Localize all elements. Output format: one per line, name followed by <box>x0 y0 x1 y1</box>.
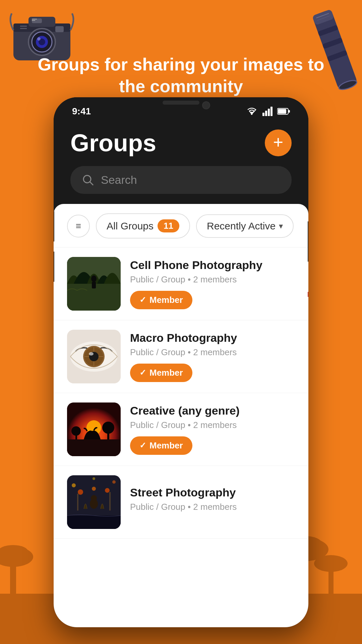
search-bar[interactable]: Search <box>70 166 292 194</box>
svg-rect-70 <box>109 492 111 511</box>
group-thumbnail-street <box>67 475 121 529</box>
svg-point-60 <box>72 483 76 487</box>
svg-point-8 <box>37 37 41 41</box>
check-icon: ✓ <box>139 295 146 305</box>
phone-frame: 9:41 Gr <box>54 97 308 627</box>
group-item[interactable]: Creative (any genre) Public / Group • 2 … <box>54 393 308 466</box>
status-time: 9:41 <box>72 106 91 117</box>
svg-point-31 <box>251 113 253 115</box>
group-item[interactable]: Macro Photography Public / Group • 2 mem… <box>54 320 308 393</box>
svg-point-58 <box>71 426 81 436</box>
svg-rect-38 <box>289 110 290 113</box>
svg-point-39 <box>83 175 91 183</box>
check-icon: ✓ <box>139 368 146 377</box>
group-list: Cell Phone Photography Public / Group • … <box>54 248 308 539</box>
svg-point-62 <box>93 477 95 480</box>
member-badge[interactable]: ✓ Member <box>130 364 192 382</box>
add-icon: + <box>273 133 283 151</box>
content-area: ≡ All Groups 11 Recently Active ▾ <box>54 204 308 627</box>
svg-point-61 <box>112 480 116 484</box>
group-item[interactable]: Cell Phone Photography Public / Group • … <box>54 248 308 320</box>
group-name: Street Photography <box>130 486 295 499</box>
svg-point-56 <box>102 422 114 434</box>
group-info-cell-phone: Cell Phone Photography Public / Group • … <box>130 259 295 309</box>
svg-rect-68 <box>67 516 121 529</box>
recently-active-label: Recently Active <box>207 220 276 232</box>
check-icon: ✓ <box>139 441 146 450</box>
sim-tray-button <box>308 292 308 297</box>
svg-rect-29 <box>328 567 334 614</box>
filter-icon-button[interactable]: ≡ <box>67 215 90 237</box>
svg-rect-23 <box>10 560 16 614</box>
svg-point-66 <box>105 488 110 493</box>
svg-point-51 <box>89 352 94 356</box>
group-name: Creative (any genre) <box>130 404 295 417</box>
chevron-down-icon: ▾ <box>279 221 283 231</box>
volume-up-button <box>54 211 54 241</box>
signal-icon <box>262 107 273 116</box>
group-meta: Public / Group • 2 members <box>130 502 295 512</box>
hero-section: Groups for sharing your images to the co… <box>0 54 362 97</box>
group-item[interactable]: Street Photography Public / Group • 2 me… <box>54 466 308 539</box>
svg-point-65 <box>78 489 83 495</box>
member-label: Member <box>149 368 183 378</box>
page-title: Groups <box>70 129 156 157</box>
svg-rect-35 <box>270 107 273 116</box>
all-groups-label: All Groups <box>107 220 154 232</box>
member-badge[interactable]: ✓ Member <box>130 436 192 455</box>
svg-point-44 <box>91 275 97 282</box>
recently-active-button[interactable]: Recently Active ▾ <box>196 214 294 238</box>
group-thumbnail-creative <box>67 402 121 456</box>
filter-row: ≡ All Groups 11 Recently Active ▾ <box>54 204 308 248</box>
wifi-icon <box>246 107 258 116</box>
search-icon <box>82 174 94 186</box>
svg-rect-37 <box>278 109 286 114</box>
svg-rect-69 <box>77 494 78 511</box>
svg-line-40 <box>90 182 93 185</box>
hero-title: Groups for sharing your images to the co… <box>27 54 335 97</box>
svg-rect-54 <box>67 439 121 456</box>
group-thumbnail-macro <box>67 330 121 383</box>
group-meta: Public / Group • 2 members <box>130 274 295 285</box>
add-group-button[interactable]: + <box>265 129 292 156</box>
search-input-placeholder: Search <box>101 173 137 186</box>
status-icons <box>246 107 290 116</box>
svg-rect-9 <box>55 26 64 32</box>
speaker-grille <box>163 101 199 105</box>
filter-icon: ≡ <box>76 221 81 231</box>
front-camera <box>202 101 210 109</box>
svg-point-64 <box>91 495 97 501</box>
svg-rect-34 <box>268 109 270 116</box>
member-badge[interactable]: ✓ Member <box>130 291 192 309</box>
status-bar: 9:41 <box>54 97 308 122</box>
member-label: Member <box>149 440 183 451</box>
group-meta: Public / Group • 2 members <box>130 420 295 430</box>
svg-rect-33 <box>265 111 267 116</box>
group-thumbnail-cell-phone <box>67 257 121 311</box>
group-info-creative: Creative (any genre) Public / Group • 2 … <box>130 404 295 455</box>
power-button <box>308 221 308 262</box>
group-name: Cell Phone Photography <box>130 259 295 272</box>
group-info-macro: Macro Photography Public / Group • 2 mem… <box>130 331 295 382</box>
group-meta: Public / Group • 2 members <box>130 347 295 358</box>
battery-icon <box>277 108 290 115</box>
svg-rect-32 <box>262 113 264 116</box>
member-label: Member <box>149 295 183 305</box>
svg-point-67 <box>92 487 96 491</box>
all-groups-button[interactable]: All Groups 11 <box>96 213 190 238</box>
app-header-area: Groups + Search <box>54 122 308 204</box>
svg-rect-45 <box>92 282 96 288</box>
group-info-street: Street Photography Public / Group • 2 me… <box>130 486 295 518</box>
svg-point-30 <box>314 555 348 572</box>
group-name: Macro Photography <box>130 331 295 344</box>
all-groups-count: 11 <box>158 219 179 232</box>
volume-down-button <box>54 252 54 282</box>
